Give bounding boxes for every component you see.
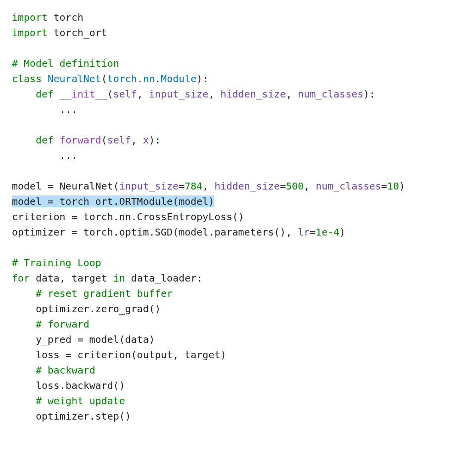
highlight-ort-module: model = torch_ort.ORTModule(model) [12, 195, 214, 207]
line-model-instantiate: model = NeuralNet(input_size=784, hidden… [12, 180, 405, 192]
line-comment-forward: # forward [12, 318, 90, 330]
keyword-class: class [12, 73, 42, 85]
keyword-import: import [12, 11, 47, 23]
line-class-def: class NeuralNet(torch.nn.Module): [12, 73, 208, 85]
keyword-import: import [12, 27, 47, 39]
line-backward: loss.backward() [12, 380, 125, 391]
line-comment-model-def: # Model definition [12, 57, 119, 69]
keyword-for: for [12, 272, 30, 284]
line-forward-body: ... [12, 149, 77, 161]
keyword-in: in [113, 272, 125, 284]
line-ort-module-highlighted: model = torch_ort.ORTModule(model) [12, 195, 214, 207]
keyword-def: def [36, 88, 59, 100]
line-import-torch: import torch [12, 11, 84, 23]
line-init-def: def __init__(self, input_size, hidden_si… [12, 88, 375, 100]
line-comment-reset-grad: # reset gradient buffer [12, 287, 173, 299]
line-comment-backward: # backward [12, 364, 95, 376]
line-for-loop: for data, target in data_loader: [12, 272, 202, 284]
line-step: optimizer.step() [12, 410, 131, 422]
line-comment-training-loop: # Training Loop [12, 257, 101, 269]
line-forward-def: def forward(self, x): [12, 134, 161, 146]
line-criterion: criterion = torch.nn.CrossEntropyLoss() [12, 211, 244, 223]
line-loss: loss = criterion(output, target) [12, 349, 226, 361]
line-comment-weight-update: # weight update [12, 395, 125, 407]
keyword-def: def [36, 134, 59, 146]
line-ypred: y_pred = model(data) [12, 333, 155, 345]
code-block: import torch import torch_ort # Model de… [12, 10, 453, 424]
line-init-body: ... [12, 103, 77, 115]
line-import-torch-ort: import torch_ort [12, 27, 107, 39]
line-optimizer: optimizer = torch.optim.SGD(model.parame… [12, 226, 345, 238]
line-zero-grad: optimizer.zero_grad() [12, 303, 161, 315]
